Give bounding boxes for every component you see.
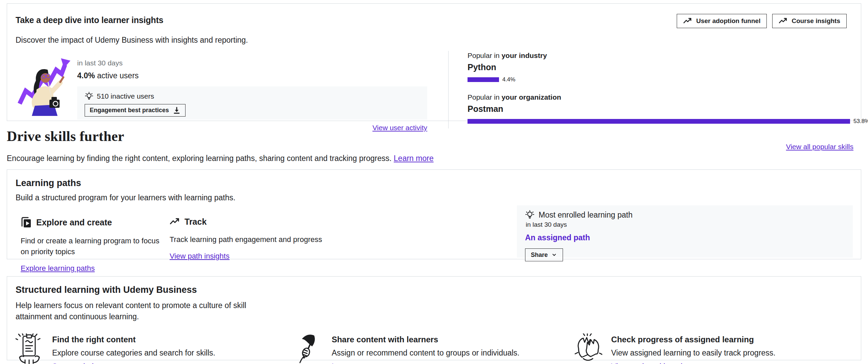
insights-subtitle: Discover the impact of Udemy Business wi…	[16, 36, 854, 45]
popular-organization-group: Popular in your organization Postman 53.…	[468, 93, 854, 125]
engagement-button-label: Engagement best practices	[90, 107, 169, 114]
drive-learn-more-link[interactable]: Learn more	[394, 154, 434, 163]
find-content-body: Explore course categories and search for…	[52, 348, 215, 358]
learning-paths-subtitle: Build a structured program for your lear…	[16, 193, 854, 202]
share-content-title: Share content with learners	[332, 335, 520, 344]
explore-and-create-column: Explore and create Find or create a lear…	[21, 217, 170, 273]
explore-and-create-body: Find or create a learning program to foc…	[21, 236, 159, 257]
start-exploring-link[interactable]: Start exploring	[52, 362, 102, 364]
organization-skill-bar-row: 53.8%	[468, 118, 854, 125]
most-enrolled-path-panel: Most enrolled learning path in last 30 d…	[517, 205, 853, 258]
view-assigned-learning-link[interactable]: View assigned learning	[611, 362, 691, 364]
drive-skills-section: Drive skills further Encourage learning …	[7, 128, 434, 163]
course-insights-button[interactable]: Course insights	[772, 14, 847, 28]
engagement-best-practices-button[interactable]: Engagement best practices	[85, 104, 186, 117]
most-enrolled-path-period: in last 30 days	[526, 221, 845, 228]
track-column: Track Track learning path engagement and…	[170, 217, 379, 273]
view-all-popular-skills-link[interactable]: View all popular skills	[786, 143, 853, 150]
hand-flag-illustration	[295, 333, 323, 364]
organization-skill-percent: 53.8%	[853, 118, 868, 125]
course-insights-label: Course insights	[791, 17, 840, 25]
trending-up-icon	[683, 17, 692, 25]
inactive-users-tipbox: 510 inactive users Engagement best pract…	[77, 86, 427, 120]
share-button-label: Share	[531, 251, 548, 259]
active-users-label: active users	[95, 71, 138, 80]
structured-learning-subtitle: Help learners focus on relevant content …	[16, 300, 253, 323]
user-adoption-funnel-label: User adoption funnel	[696, 17, 760, 25]
user-activity-summary: in last 30 days 4.0% active users 510 in…	[16, 49, 427, 132]
popular-industry-group: Popular in your industry Python 4.4%	[468, 52, 854, 83]
active-users-value: 4.0%	[77, 71, 95, 80]
popular-skills-panel: Popular in your industry Python 4.4% Pop…	[468, 49, 854, 132]
clipboard-hands-illustration	[16, 333, 43, 364]
trending-up-icon	[779, 17, 787, 25]
download-icon	[173, 107, 180, 114]
structured-learning-card: Structured learning with Udemy Business …	[7, 276, 861, 360]
track-body: Track learning path engagement and progr…	[170, 234, 359, 245]
insights-header: Take a deep dive into learner insights U…	[16, 13, 854, 28]
chevron-down-icon	[551, 252, 557, 258]
check-progress-column: Check progress of assigned learning View…	[574, 333, 854, 364]
learner-insights-card: Take a deep dive into learner insights U…	[7, 3, 861, 121]
check-progress-body: View assigned learning to easily track p…	[611, 348, 775, 358]
explore-and-create-title: Explore and create	[36, 218, 112, 227]
find-content-column: Find the right content Explore course ca…	[16, 333, 295, 364]
organization-skill-bar	[468, 119, 850, 124]
share-content-column: Share content with learners Assign or re…	[295, 333, 575, 364]
drive-skills-title: Drive skills further	[7, 128, 434, 144]
content-play-icon	[21, 217, 31, 228]
lightbulb-icon	[525, 210, 535, 220]
share-learn-more-link[interactable]: Learn more	[332, 362, 372, 364]
learner-growth-illustration	[16, 49, 72, 116]
learning-paths-title: Learning paths	[16, 178, 854, 188]
explore-learning-paths-link[interactable]: Explore learning paths	[21, 264, 95, 273]
drive-skills-subtitle: Encourage learning by finding the right …	[7, 154, 434, 163]
activity-period: in last 30 days	[77, 59, 427, 67]
check-progress-title: Check progress of assigned learning	[611, 335, 775, 344]
insights-title: Take a deep dive into learner insights	[16, 15, 164, 25]
find-content-title: Find the right content	[52, 335, 215, 344]
organization-skill-name: Postman	[468, 104, 854, 114]
assigned-path-link[interactable]: An assigned path	[525, 233, 590, 242]
most-enrolled-path-title: Most enrolled learning path	[539, 210, 632, 220]
industry-skill-name: Python	[468, 62, 854, 72]
industry-skill-bar	[468, 77, 499, 82]
insights-actions: User adoption funnel Course insights	[677, 14, 847, 28]
inactive-users-text: 510 inactive users	[97, 92, 154, 100]
active-users-stat: 4.0% active users	[77, 71, 427, 80]
industry-skill-bar-row: 4.4%	[468, 76, 854, 83]
high-five-illustration	[574, 333, 602, 364]
trending-up-icon	[170, 217, 180, 227]
view-path-insights-link[interactable]: View path insights	[170, 252, 230, 261]
structured-learning-title: Structured learning with Udemy Business	[16, 285, 854, 295]
share-button[interactable]: Share	[525, 248, 563, 261]
industry-skill-percent: 4.4%	[502, 76, 516, 83]
share-content-body: Assign or recommend content to groups or…	[332, 348, 520, 358]
track-title: Track	[185, 217, 207, 227]
lightbulb-icon	[85, 92, 93, 101]
user-adoption-funnel-button[interactable]: User adoption funnel	[677, 14, 767, 28]
popular-organization-label: Popular in your organization	[468, 93, 854, 101]
learning-paths-card: Learning paths Build a structured progra…	[7, 169, 861, 259]
vertical-divider	[448, 51, 449, 128]
popular-industry-label: Popular in your industry	[468, 52, 854, 60]
